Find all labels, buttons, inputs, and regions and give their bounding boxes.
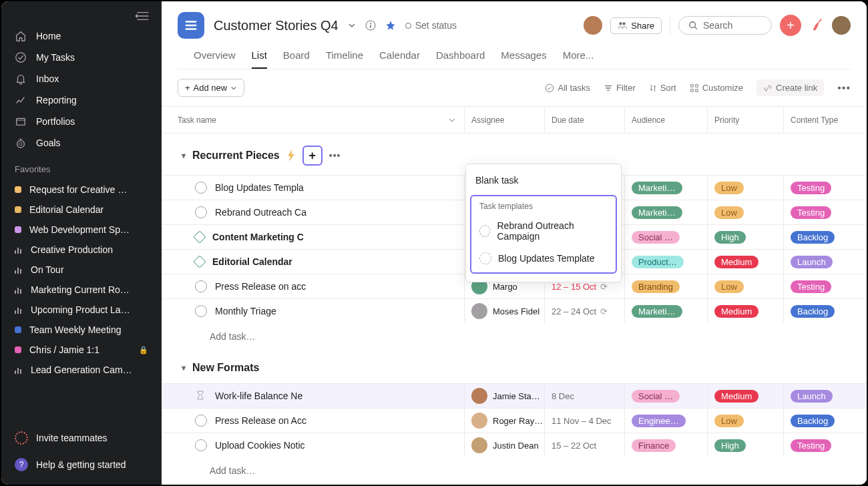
favorite-item[interactable]: Chris / Jamie 1:1🔒	[1, 340, 162, 360]
complete-icon[interactable]	[195, 305, 207, 317]
nav-my-tasks[interactable]: My Tasks	[1, 47, 162, 68]
nav-home[interactable]: Home	[1, 25, 162, 47]
favorite-item[interactable]: Lead Generation Cam…	[1, 360, 162, 380]
blank-task-option[interactable]: Blank task	[466, 168, 621, 192]
audience-cell[interactable]: Social …	[625, 225, 708, 249]
filter-button[interactable]: Filter	[604, 83, 636, 93]
content-type-cell[interactable]: Testing	[784, 200, 851, 224]
template-option[interactable]: Rebrand Outreach Campaign	[477, 215, 610, 247]
due-date-cell[interactable]: 8 Dec	[545, 384, 625, 408]
section-header[interactable]: ▾New Formats	[162, 350, 867, 383]
priority-cell[interactable]: Low	[708, 176, 784, 200]
assignee-cell[interactable]: Roger Ray…	[465, 409, 545, 433]
info-icon[interactable]	[365, 20, 376, 31]
complete-icon[interactable]	[195, 439, 207, 451]
task-name-cell[interactable]: Content Marketing C	[162, 225, 465, 249]
audience-cell[interactable]: Marketi…	[625, 200, 708, 224]
task-row[interactable]: Monthly TriageMoses Fidel22 – 24 Oct ⟳Ma…	[162, 298, 867, 323]
complete-icon[interactable]	[195, 206, 207, 218]
task-name-cell[interactable]: Press Release on Acc	[162, 409, 465, 433]
content-type-cell[interactable]: Backlog	[784, 225, 851, 249]
content-type-cell[interactable]: Backlog	[784, 299, 851, 323]
priority-cell[interactable]: High	[708, 225, 784, 249]
favorite-item[interactable]: Request for Creative …	[1, 180, 162, 200]
member-avatar[interactable]	[584, 16, 602, 35]
audience-cell[interactable]: Finance	[625, 433, 708, 457]
content-type-cell[interactable]: Launch	[784, 384, 851, 408]
favorite-item[interactable]: Editorial Calendar	[1, 200, 162, 220]
task-row[interactable]: Press Release on AccRoger Ray…11 Nov – 4…	[162, 408, 867, 433]
sort-button[interactable]: Sort	[649, 83, 676, 93]
tab-dashboard[interactable]: Dashboard	[436, 49, 485, 69]
task-name-cell[interactable]: Blog Updates Templa	[162, 176, 465, 200]
content-type-cell[interactable]: Testing	[784, 433, 851, 457]
add-task-button[interactable]: Add task…	[162, 457, 867, 484]
share-button[interactable]: Share	[610, 17, 662, 34]
priority-cell[interactable]: Low	[708, 274, 784, 298]
tab-board[interactable]: Board	[283, 49, 310, 69]
hourglass-icon[interactable]	[195, 390, 207, 402]
task-name-cell[interactable]: Upload Cookies Notic	[162, 433, 465, 457]
priority-cell[interactable]: High	[708, 433, 784, 457]
tab-timeline[interactable]: Timeline	[326, 49, 363, 69]
nav-inbox[interactable]: Inbox	[1, 68, 162, 89]
tab-list[interactable]: List	[252, 49, 267, 69]
content-type-cell[interactable]: Backlog	[784, 409, 851, 433]
column-audience[interactable]: Audience	[625, 107, 708, 133]
task-row[interactable]: Upload Cookies NoticJustin Dean15 – 22 O…	[162, 433, 867, 457]
priority-cell[interactable]: Low	[708, 409, 784, 433]
column-due-date[interactable]: Due date	[545, 107, 625, 133]
priority-cell[interactable]: Medium	[708, 299, 784, 323]
template-option[interactable]: Blog Updates Template	[477, 247, 610, 270]
global-add-button[interactable]: +	[780, 15, 801, 36]
tab-overview[interactable]: Overview	[194, 49, 236, 69]
content-type-cell[interactable]: Launch	[784, 250, 851, 274]
project-dropdown[interactable]	[348, 21, 356, 29]
column-assignee[interactable]: Assignee	[465, 107, 545, 133]
assignee-cell[interactable]: Moses Fidel	[465, 299, 545, 323]
nav-reporting[interactable]: Reporting	[1, 89, 162, 111]
favorite-item[interactable]: Creative Production	[1, 240, 162, 260]
section-add-button[interactable]: +	[302, 146, 322, 166]
celebration-icon[interactable]	[809, 18, 824, 33]
customize-button[interactable]: Customize	[690, 83, 743, 93]
column-content-type[interactable]: Content Type	[784, 107, 851, 133]
complete-icon[interactable]	[195, 415, 207, 427]
assignee-cell[interactable]: Jamie Stap…	[465, 384, 545, 408]
user-avatar[interactable]	[832, 16, 851, 35]
column-task-name[interactable]: Task name	[162, 107, 465, 133]
content-type-cell[interactable]: Testing	[784, 274, 851, 298]
audience-cell[interactable]: Marketi…	[625, 299, 708, 323]
milestone-icon[interactable]	[193, 255, 206, 268]
set-status-button[interactable]: Set status	[405, 20, 457, 31]
complete-icon[interactable]	[195, 280, 207, 292]
tab-messages[interactable]: Messages	[501, 49, 546, 69]
task-name-cell[interactable]: Editorial Calendar	[162, 250, 465, 274]
audience-cell[interactable]: Product…	[625, 250, 708, 274]
audience-cell[interactable]: Branding	[625, 274, 708, 298]
priority-cell[interactable]: Low	[708, 200, 784, 224]
star-icon[interactable]	[385, 20, 396, 31]
due-date-cell[interactable]: 11 Nov – 4 Dec	[545, 409, 625, 433]
task-name-cell[interactable]: Press Release on acc	[162, 274, 465, 298]
task-name-cell[interactable]: Work-life Balance Ne	[162, 384, 465, 408]
add-new-button[interactable]: + Add new	[178, 79, 244, 97]
task-row[interactable]: Work-life Balance NeJamie Stap…8 DecSoci…	[162, 383, 867, 408]
content-type-cell[interactable]: Testing	[784, 176, 851, 200]
favorite-item[interactable]: On Tour	[1, 260, 162, 280]
due-date-cell[interactable]: 22 – 24 Oct ⟳	[545, 299, 625, 323]
collapse-sidebar-button[interactable]	[1, 7, 162, 25]
invite-teammates-button[interactable]: Invite teammates	[1, 425, 162, 451]
assignee-cell[interactable]: Justin Dean	[465, 433, 545, 457]
search-input[interactable]: Search	[678, 16, 772, 35]
audience-cell[interactable]: Social …	[625, 384, 708, 408]
nav-goals[interactable]: Goals	[1, 132, 162, 154]
audience-cell[interactable]: Marketi…	[625, 176, 708, 200]
column-priority[interactable]: Priority	[708, 107, 784, 133]
tab-more[interactable]: More...	[563, 49, 594, 69]
more-actions-button[interactable]: •••	[837, 82, 851, 94]
all-tasks-filter[interactable]: All tasks	[545, 83, 590, 93]
favorite-item[interactable]: Team Weekly Meeting	[1, 320, 162, 340]
section-more-button[interactable]: •••	[329, 150, 341, 161]
favorite-item[interactable]: Web Development Sp…	[1, 220, 162, 240]
